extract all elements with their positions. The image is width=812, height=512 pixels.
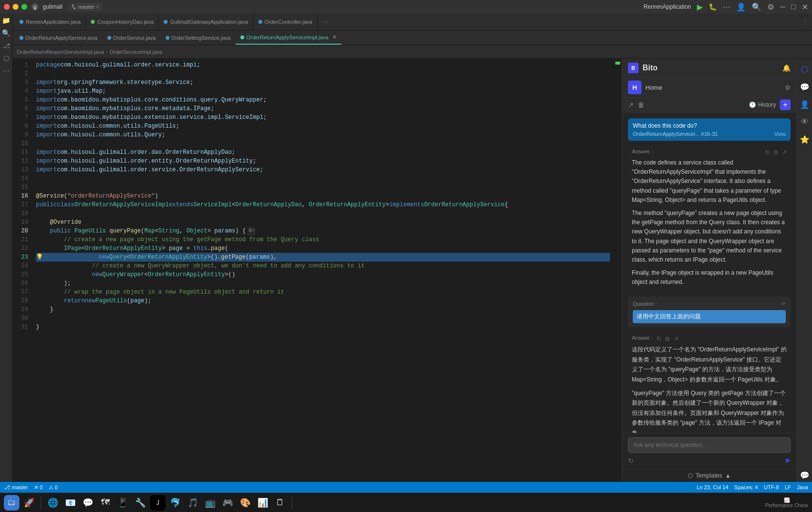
dock-app5[interactable]: 📱 [115, 495, 131, 511]
chat-icon[interactable]: 💬 [798, 80, 812, 94]
dock-separator-2 [292, 496, 292, 510]
tabs-row1: RenrenApplication.java CouponHistoryDao.… [13, 14, 812, 31]
run-button[interactable]: ▶ [697, 2, 703, 12]
tab-order-return-apply-service[interactable]: OrderReturnApplyService.java [15, 31, 102, 45]
star-icon[interactable]: ⭐ [798, 132, 812, 146]
breadcrumb-row: OrderReturnReasonServiceImpl.java › Orde… [13, 45, 812, 59]
bito-footer: ⬡ Templates ▲ [622, 469, 796, 482]
new-chat-button[interactable]: + [780, 99, 791, 110]
language-status[interactable]: Java [797, 484, 808, 490]
refresh-icon[interactable]: ↻ [765, 149, 770, 156]
search-icon[interactable]: 🔍 [752, 2, 761, 12]
bito-input[interactable] [628, 437, 791, 453]
dock-app14[interactable]: 🗒 [272, 495, 288, 511]
tab-label: OrderReturnApplyService.java [25, 35, 98, 41]
debug-icon[interactable]: 🐛 [709, 3, 717, 11]
editor-and-bito: 12345 678910 1112131415 16 171819 20 212… [13, 59, 812, 482]
files-icon[interactable]: 📁 [2, 17, 10, 24]
bito-panel: B Bito 🔔 H Home ⚙ ↗ � [622, 59, 796, 482]
code-area[interactable]: package com.huisoul.gulimall.order.servi… [32, 59, 614, 482]
minimize-button[interactable] [13, 4, 18, 10]
code-line: new QueryWrapper<OrderReturnApplyEntity>… [36, 270, 610, 279]
bito-toolbar: ↗ 🗑 🕐 History + [622, 98, 796, 113]
dock-jetbrains[interactable]: J [150, 495, 166, 511]
minimize-window-icon[interactable]: ─ [780, 2, 785, 11]
refresh-input-icon[interactable]: ↻ [628, 457, 634, 464]
dock-datagrip[interactable]: 🐬 [168, 495, 183, 511]
search-sidebar-icon[interactable]: 🔍 [2, 29, 10, 37]
code-line [36, 209, 610, 218]
svg-point-2 [72, 5, 73, 6]
bottom-rs-icon[interactable]: 💬 [798, 468, 812, 482]
history-button[interactable]: 🕐 History [749, 101, 776, 108]
share-icon-2[interactable]: ↗ [674, 335, 678, 342]
code-line-highlighted: 💡 new Query<OrderReturnApplyEntity>().ge… [36, 253, 610, 262]
performance-check[interactable]: 📈 Performance Check [765, 497, 808, 508]
editor-column: RenrenApplication.java CouponHistoryDao.… [13, 14, 812, 482]
more-icon[interactable]: ⋯ [723, 2, 730, 12]
dock-app11[interactable]: 🎮 [220, 495, 236, 511]
answer-label: Answer : [632, 149, 653, 154]
tabs-overflow[interactable]: ⋯ [318, 18, 332, 26]
dock-app10[interactable]: 📺 [203, 495, 218, 511]
code-line: @Override [36, 218, 610, 227]
view-code-button[interactable]: View [774, 131, 786, 137]
tab-renren-application[interactable]: RenrenApplication.java [15, 14, 86, 30]
bito-home-label[interactable]: Home [645, 84, 662, 91]
templates-button[interactable]: ⬡ Templates ▲ [688, 472, 731, 479]
dock-app6[interactable]: 🔧 [133, 495, 148, 511]
dock-app13[interactable]: 📊 [255, 495, 271, 511]
question2-header: Question : ✏ [633, 300, 786, 307]
eye-icon[interactable]: 👁 [798, 115, 812, 129]
tab-order-service[interactable]: OrderService.java [102, 31, 161, 45]
maximize-button[interactable] [21, 4, 27, 10]
branch-badge[interactable]: master ▾ [68, 3, 102, 11]
tab-order-controller[interactable]: OrderController.java [254, 14, 318, 30]
breadcrumb-item[interactable]: OrderReturnReasonServiceImpl.java [17, 49, 104, 55]
dock-mail[interactable]: 📧 [63, 495, 78, 511]
bito-sidebar-icon[interactable]: ⬡ [798, 63, 812, 76]
trash-icon[interactable]: 🗑 [638, 101, 644, 109]
share-answer-icon[interactable]: ↗ [782, 149, 787, 156]
source-control-icon[interactable]: ⎇ [2, 42, 10, 50]
close-window-icon[interactable]: ✕ [802, 2, 808, 12]
dock-app12[interactable]: 🎨 [237, 495, 253, 511]
user-icon[interactable]: 👤 [736, 2, 746, 12]
settings-icon[interactable]: ⚙ [767, 2, 774, 12]
more-sidebar-icon[interactable]: ⋯ [3, 67, 10, 75]
copy-icon-2[interactable]: ⧉ [665, 335, 670, 342]
code-reference: OrderReturnApplyServiceI... #16-31 View [633, 131, 786, 137]
close-button[interactable] [4, 4, 10, 10]
svg-text:g: g [34, 5, 36, 10]
tabs-context-menu[interactable]: ⋮ [798, 18, 812, 25]
copy-icon[interactable]: ⧉ [774, 149, 778, 156]
code-line: ); [36, 279, 610, 288]
tab-gulimall-gateway[interactable]: GulimallGatewayApplication.java [159, 14, 253, 30]
code-line: import java.util.Map; [36, 87, 610, 96]
person-icon[interactable]: 👤 [798, 98, 812, 111]
send-button[interactable]: ➤ [784, 456, 791, 465]
extensions-icon[interactable]: ⬡ [3, 54, 9, 62]
branch-status[interactable]: ⎇ master [4, 484, 28, 491]
dock-launchpad[interactable]: 🚀 [21, 495, 37, 511]
refresh-icon-2[interactable]: ↻ [657, 335, 661, 342]
breadcrumb-item2[interactable]: OrderServiceImpl.java [109, 49, 162, 55]
code-panel: 12345 678910 1112131415 16 171819 20 212… [13, 59, 622, 482]
dock-maps[interactable]: 🗺 [98, 495, 113, 511]
tab-close-active[interactable]: ✕ [332, 34, 337, 40]
dock-app9[interactable]: 🎵 [185, 495, 201, 511]
bito-settings-icon[interactable]: ⚙ [785, 84, 791, 91]
dock-finder[interactable]: 🗂 [4, 495, 19, 511]
gutter-marker [615, 62, 620, 65]
tab-order-setting-service[interactable]: OrderSettingService.java [161, 31, 236, 45]
tab-coupon-history-dao[interactable]: CouponHistoryDao.java [86, 14, 159, 30]
tab-order-return-apply-service-impl[interactable]: OrderReturnApplyServiceImpl.java ✕ [236, 31, 341, 45]
restore-icon[interactable]: □ [791, 2, 796, 11]
code-line: import com.huisoul.gulimall.order.entity… [36, 157, 610, 165]
dock-chrome[interactable]: 🌐 [45, 495, 61, 511]
share-icon[interactable]: ↗ [628, 101, 634, 109]
traffic-lights [4, 4, 27, 10]
dock-messages[interactable]: 💬 [80, 495, 96, 511]
edit-question-icon[interactable]: ✏ [781, 300, 786, 307]
notification-icon[interactable]: 🔔 [782, 64, 791, 72]
